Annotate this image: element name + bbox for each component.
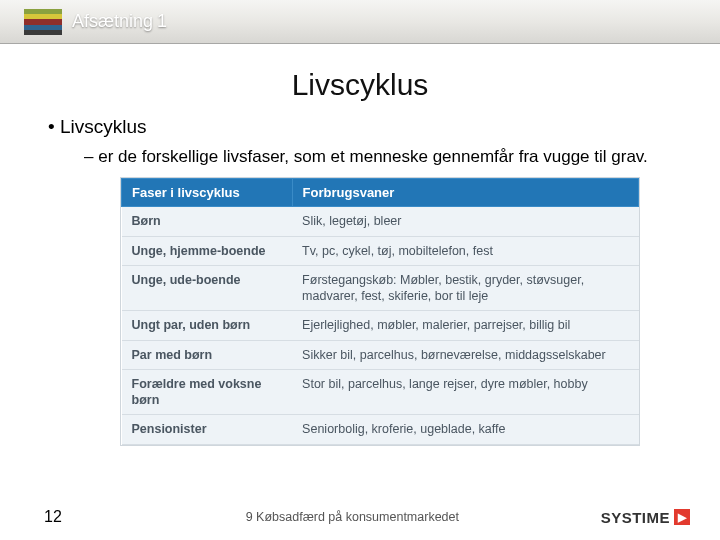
phase-cell: Unge, hjemme-boende — [122, 236, 293, 265]
course-header: Afsætning1 — [0, 0, 720, 44]
publisher-brand: SYSTIME ▶ — [601, 509, 690, 526]
bullet-level1: Livscyklus — [48, 116, 684, 138]
habits-cell: Ejerlejlighed, møbler, malerier, parrejs… — [292, 311, 638, 340]
table-row: Ungt par, uden børnEjerlejlighed, møbler… — [122, 311, 639, 340]
table-row: PensionisterSeniorbolig, kroferie, ugebl… — [122, 415, 639, 444]
phase-cell: Unge, ude-boende — [122, 265, 293, 311]
brand-stripe-icon — [24, 9, 62, 35]
col-header-phase: Faser i livscyklus — [122, 179, 293, 207]
chapter-label: 9 Købsadfærd på konsumentmarkedet — [104, 510, 601, 524]
table-row: Forældre med voksne børnStor bil, parcel… — [122, 369, 639, 415]
page-number: 12 — [44, 508, 104, 526]
lifecycle-table: Faser i livscyklus Forbrugsvaner BørnSli… — [120, 177, 640, 445]
phase-cell: Børn — [122, 207, 293, 236]
table-row: Unge, ude-boendeFørstegangskøb: Møbler, … — [122, 265, 639, 311]
bullet-level2: er de forskellige livsfaser, som et menn… — [84, 146, 684, 167]
phase-cell: Pensionister — [122, 415, 293, 444]
course-title: Afsætning1 — [72, 11, 167, 32]
phase-cell: Par med børn — [122, 340, 293, 369]
table-row: BørnSlik, legetøj, bleer — [122, 207, 639, 236]
habits-cell: Sikker bil, parcelhus, børneværelse, mid… — [292, 340, 638, 369]
habits-cell: Seniorbolig, kroferie, ugeblade, kaffe — [292, 415, 638, 444]
content-area: Livscyklus er de forskellige livsfaser, … — [0, 116, 720, 446]
habits-cell: Stor bil, parcelhus, lange rejser, dyre … — [292, 369, 638, 415]
phase-cell: Ungt par, uden børn — [122, 311, 293, 340]
col-header-habits: Forbrugsvaner — [292, 179, 638, 207]
habits-cell: Tv, pc, cykel, tøj, mobiltelefon, fest — [292, 236, 638, 265]
slide-title: Livscyklus — [0, 68, 720, 102]
habits-cell: Førstegangskøb: Møbler, bestik, gryder, … — [292, 265, 638, 311]
phase-cell: Forældre med voksne børn — [122, 369, 293, 415]
course-name: Afsætning — [72, 11, 153, 31]
habits-cell: Slik, legetøj, bleer — [292, 207, 638, 236]
course-number: 1 — [157, 11, 167, 31]
footer: 12 9 Købsadfærd på konsumentmarkedet SYS… — [0, 508, 720, 526]
table-row: Unge, hjemme-boendeTv, pc, cykel, tøj, m… — [122, 236, 639, 265]
play-icon: ▶ — [674, 509, 690, 525]
brand-text: SYSTIME — [601, 509, 670, 526]
table-row: Par med børnSikker bil, parcelhus, børne… — [122, 340, 639, 369]
